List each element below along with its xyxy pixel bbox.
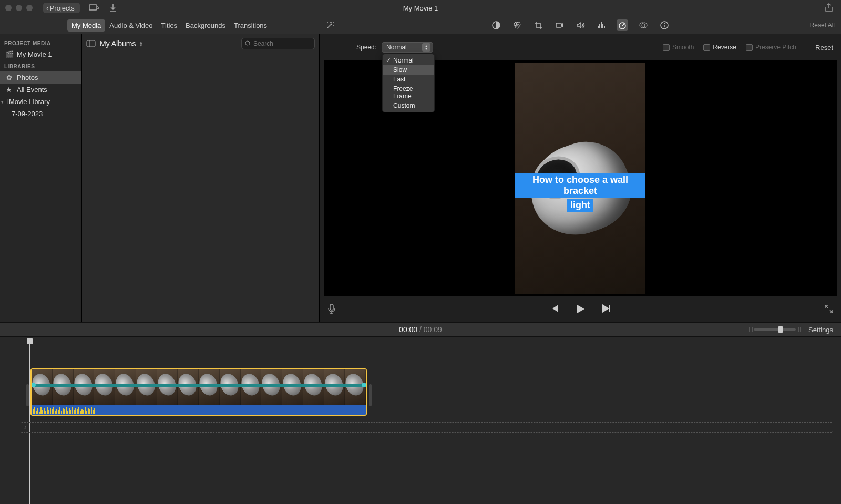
speed-option-freeze-frame[interactable]: Freeze Frame [383,84,434,101]
checkbox-icon [703,44,710,51]
timeline-header: 00:00 / 00:09 Settings [0,322,841,337]
time-display: 00:00 / 00:09 [0,325,841,334]
transport-controls [320,303,841,315]
clip-appearance-button[interactable] [89,4,100,12]
speed-button[interactable] [617,19,628,31]
music-note-icon: ♪ [24,424,27,431]
star-icon: ★ [5,86,13,94]
tab-titles[interactable]: Titles [157,19,182,32]
media-browser: My Albums ▴▾ [82,34,319,322]
window-controls [5,5,33,11]
clapperboard-icon: 🎬 [5,50,13,58]
stabilization-button[interactable] [553,19,565,31]
clip-filter-button[interactable] [638,19,649,31]
project-name: My Movie 1 [17,50,52,58]
project-media-header: PROJECT MEDIA [0,37,81,48]
speed-option-slow[interactable]: Slow [383,65,434,75]
previous-frame-button[interactable] [549,303,560,315]
current-time: 00:00 [399,325,417,334]
next-frame-button[interactable] [601,303,611,315]
disclosure-triangle-icon: ▾ [1,99,6,105]
browser-content [82,51,319,322]
sidebar-item-event[interactable]: 7-09-2023 [0,108,81,120]
clip-handle-left[interactable] [26,384,29,406]
speed-reset-button[interactable]: Reset [815,44,833,52]
color-balance-button[interactable] [490,19,502,31]
tab-transitions[interactable]: Transitions [230,19,271,32]
main-area: PROJECT MEDIA 🎬 My Movie 1 LIBRARIES ✿ P… [0,34,841,322]
search-icon [245,40,251,47]
svg-rect-7 [556,23,561,27]
clip-thumbnails [32,369,366,405]
photos-label: Photos [17,74,38,81]
tab-audio-video[interactable]: Audio & Video [105,19,157,32]
tab-my-media[interactable]: My Media [67,19,105,32]
play-button[interactable] [575,303,586,315]
imovie-library-label: iMovie Library [7,98,50,106]
speed-dropdown[interactable]: Normal ▴▾ Normal Slow Fast Freeze Frame … [382,42,433,53]
info-button[interactable] [659,19,670,31]
timeline[interactable]: ♪ [0,337,841,504]
color-correction-button[interactable] [511,19,523,31]
checkbox-icon [663,44,670,51]
back-projects-button[interactable]: ‹ Projects [43,3,80,13]
speed-option-custom[interactable]: Custom [383,101,434,110]
clip-handle-right[interactable] [369,384,372,406]
sidebar-item-photos[interactable]: ✿ Photos [0,71,81,84]
search-input[interactable] [253,40,306,47]
back-label: Projects [50,4,75,12]
crop-button[interactable] [532,19,544,31]
viewer-toolbar: Reset All [319,20,841,30]
speed-value: Normal [386,44,407,51]
speed-option-normal[interactable]: Normal [383,56,434,65]
sidebar-toggle-icon[interactable] [86,40,96,47]
clip-audio-waveform [32,405,366,415]
speed-dropdown-menu: Normal Slow Fast Freeze Frame Custom [382,54,435,112]
background-music-track[interactable]: ♪ [20,422,833,433]
viewer-panel: Speed: Normal ▴▾ Normal Slow Fast Freeze… [319,34,841,322]
smooth-checkbox[interactable]: Smooth [663,44,694,51]
playback-controls-row [320,296,841,322]
volume-button[interactable] [575,19,586,31]
noise-reduction-button[interactable] [596,19,607,31]
checkbox-icon [746,44,753,51]
reverse-checkbox[interactable]: Reverse [703,44,736,51]
share-button[interactable] [825,3,833,13]
window-title: My Movie 1 [0,4,841,12]
svg-line-16 [249,45,251,46]
dropdown-arrows-icon: ▴▾ [422,43,430,52]
libraries-header: LIBRARIES [0,60,81,71]
project-media-item[interactable]: 🎬 My Movie 1 [0,48,81,60]
speed-option-fast[interactable]: Fast [383,75,434,84]
svg-point-15 [245,41,250,45]
playhead[interactable] [29,338,30,504]
sidebar-item-all-events[interactable]: ★ All Events [0,84,81,96]
library-sidebar: PROJECT MEDIA 🎬 My Movie 1 LIBRARIES ✿ P… [0,34,82,322]
sidebar-item-imovie-library[interactable]: ▾ iMovie Library [0,96,81,108]
titlebar: ‹ Projects My Movie 1 [0,0,841,16]
search-field[interactable] [241,38,315,49]
video-caption: How to choose a wall bracket light [515,173,645,212]
zoom-window-icon[interactable] [26,5,33,11]
adjust-icons-group [319,19,841,31]
minimize-window-icon[interactable] [16,5,22,11]
speed-controls-row: Speed: Normal ▴▾ Normal Slow Fast Freeze… [320,34,841,60]
updown-arrows-icon: ▴▾ [140,40,142,47]
speed-label: Speed: [356,44,376,51]
clip-speed-indicator[interactable] [32,384,366,387]
albums-dropdown[interactable]: My Albums ▴▾ [100,39,142,48]
chevron-left-icon: ‹ [46,4,49,12]
caption-line-2: light [567,199,593,212]
tab-backgrounds[interactable]: Backgrounds [181,19,230,32]
albums-label: My Albums [100,39,136,48]
preserve-pitch-checkbox[interactable]: Preserve Pitch [746,44,796,51]
svg-point-12 [664,23,665,24]
timeline-clip[interactable] [30,368,367,416]
total-time: 00:09 [424,325,442,334]
event-date-label: 7-09-2023 [12,110,43,118]
browser-toolbar: My Albums ▴▾ [82,36,319,51]
import-button[interactable] [109,4,117,12]
media-tabs: My Media Audio & Video Titles Background… [0,19,319,32]
caption-line-1: How to choose a wall bracket [515,173,645,198]
close-window-icon[interactable] [5,5,12,11]
